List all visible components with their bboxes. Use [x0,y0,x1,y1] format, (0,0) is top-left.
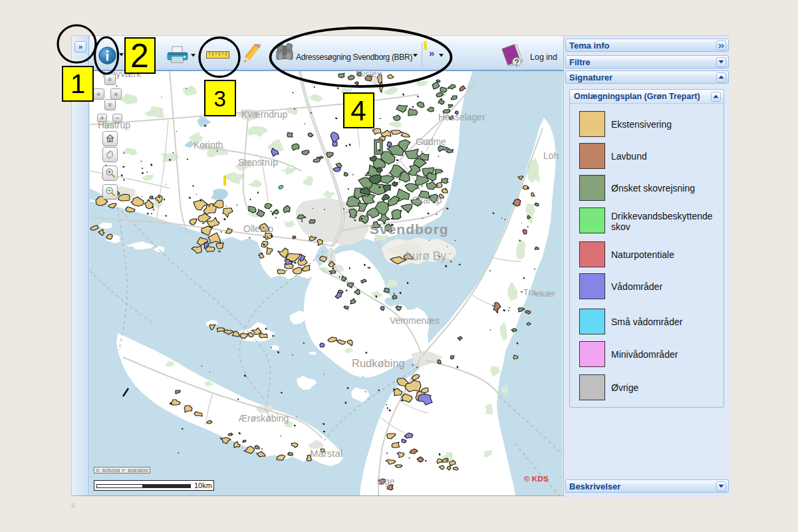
svg-text:Loh: Loh [543,150,559,161]
svg-text:Gisley: Gisley [356,71,382,79]
svg-text:Korinth: Korinth [194,140,223,150]
svg-text:Hesselager: Hesselager [438,112,485,122]
svg-text:Gudme: Gudme [416,136,446,147]
svg-text:Tra: Tra [523,287,537,297]
svg-text:Svendborg: Svendborg [370,221,449,237]
svg-text:Rudkøbing: Rudkøbing [352,357,405,369]
svg-text:Kværndrup: Kværndrup [241,109,287,120]
svg-text:Stenstrup: Stenstrup [238,157,278,168]
svg-text:Ærøskøbing: Ærøskøbing [238,413,289,424]
svg-text:Marstal: Marstal [310,448,342,459]
svg-text:Vemmenæs: Vemmenæs [390,315,440,326]
svg-text:?: ? [514,58,519,67]
svg-text:ekær: ekær [535,289,555,299]
svg-text:hurø By: hurø By [406,249,447,263]
svg-text:Ollerup: Ollerup [243,223,273,234]
svg-text:Skårup: Skårup [412,195,442,205]
svg-text:inge: inge [377,476,395,487]
